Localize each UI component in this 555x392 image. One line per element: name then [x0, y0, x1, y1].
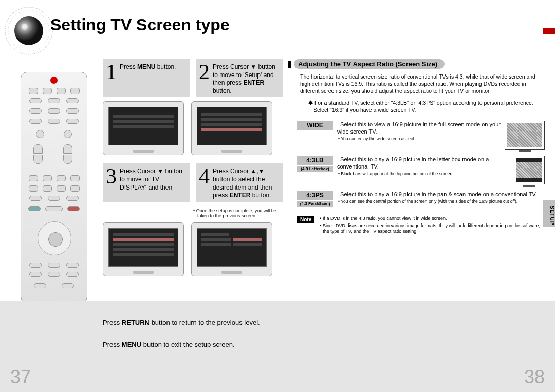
option-wide: WIDE : Select this to view a 16:9 pictur… — [297, 121, 545, 150]
tv-letterbox-icon — [514, 156, 545, 184]
footer-tips: Press RETURN button to return to the pre… — [103, 319, 260, 363]
note-badge: Note — [297, 216, 314, 223]
step-number: 3 — [106, 165, 117, 187]
option-label: 4:3LB — [297, 156, 333, 165]
page-number-left: 37 — [10, 366, 31, 388]
note-item: • If a DVD is in the 4:3 ratio, you cann… — [319, 216, 545, 222]
note-item: • Since DVD discs are recorded in variou… — [319, 223, 545, 235]
step-text: Press MENU button. — [120, 61, 176, 71]
aspect-ratio-section: Adjusting the TV Aspect Ratio (Screen Si… — [288, 59, 545, 236]
manual-spread: Setting TV Screen type 1 Press MENU butt… — [0, 0, 555, 392]
svg-point-3 — [22, 24, 28, 30]
step-text: Press Cursor ▼ button to move to 'TV DIS… — [120, 165, 187, 192]
footer-band — [0, 301, 555, 392]
step-1: 1 Press MENU button. — [103, 59, 190, 97]
section-header: Adjusting the TV Aspect Ratio (Screen Si… — [288, 59, 545, 69]
steps-column: 1 Press MENU button. 2 Press Cursor ▼ bu… — [103, 59, 283, 285]
star-note: For a standard TV, select either "4:3LB"… — [288, 95, 545, 119]
option-bullet: • You can see the central portion of the… — [337, 199, 545, 204]
option-bullet: • You can enjoy the wide screen aspect. — [337, 136, 501, 142]
remote-control-illustration — [21, 72, 87, 303]
osd-screenshot — [191, 101, 272, 155]
option-bullet: • Black bars will appear at the top and … — [337, 171, 510, 177]
page-title: Setting TV Screen type — [50, 15, 230, 34]
osd-screenshot — [191, 222, 272, 276]
step-number: 4 — [199, 165, 210, 187]
side-tab-setup: SETUP — [543, 200, 555, 227]
option-43ps: 4:3PS (4:3 Pan&Scan) : Select this to pl… — [297, 191, 545, 207]
chapter-color-mark — [543, 28, 555, 34]
page-number-right: 38 — [524, 366, 545, 388]
step-3: 3 Press Cursor ▼ button to move to 'TV D… — [103, 163, 190, 201]
step-4: 4 Press Cursor ▲,▼ button to select the … — [196, 163, 283, 201]
section-title: Adjusting the TV Aspect Ratio (Screen Si… — [294, 59, 445, 69]
step-text: Press Cursor ▼ button to move to 'Setup'… — [213, 61, 280, 95]
intro-paragraph: The horizontal to vertical screen size r… — [288, 73, 545, 95]
dpad-icon — [38, 221, 71, 255]
option-sublabel: (4:3 Pan&Scan) — [297, 201, 333, 207]
footer-return-tip: Press RETURN button to return to the pre… — [103, 319, 260, 326]
speaker-logo — [3, 5, 54, 57]
osd-screenshot — [103, 101, 184, 155]
footer-menu-tip: Press MENU button to exit the setup scre… — [103, 341, 260, 348]
step-text: Press Cursor ▲,▼ button to select the de… — [213, 165, 280, 199]
osd-screenshot — [103, 222, 184, 276]
option-sublabel: (4:3 Letterbox) — [297, 166, 333, 172]
step-2: 2 Press Cursor ▼ button to move to 'Setu… — [196, 59, 283, 97]
step-footnote: • Once the setup is complete, you will b… — [188, 206, 283, 218]
option-desc: : Select this to play a 16:9 picture in … — [337, 191, 537, 197]
option-desc: : Select this to view a 16:9 picture in … — [337, 121, 501, 135]
option-label: 4:3PS — [297, 191, 333, 200]
option-desc: : Select this to play a 16:9 picture in … — [337, 156, 489, 170]
step-number: 2 — [199, 61, 210, 83]
svg-point-2 — [14, 16, 43, 45]
option-label: WIDE — [297, 121, 333, 130]
section-bar-icon — [288, 61, 291, 68]
option-43lb: 4:3LB (4:3 Letterbox) : Select this to p… — [297, 156, 545, 184]
tv-wide-icon — [505, 121, 545, 150]
step-number: 1 — [106, 61, 117, 83]
note-block: Note • If a DVD is in the 4:3 ratio, you… — [297, 216, 545, 236]
